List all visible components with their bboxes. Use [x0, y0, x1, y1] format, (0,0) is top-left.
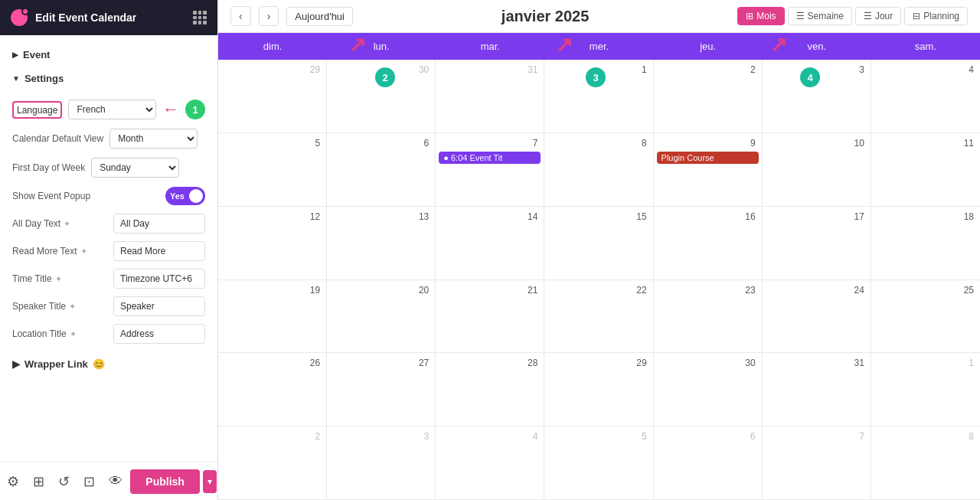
all-day-row: All Day Text ✦: [0, 210, 217, 237]
view-mois-btn[interactable]: ⊞ Mois: [737, 7, 784, 25]
cal-cell-w2-d5[interactable]: 17: [763, 207, 871, 279]
wrapper-link-arrow: ▶: [12, 358, 20, 370]
cal-cell-w3-d0[interactable]: 19: [218, 280, 327, 353]
cal-cell-w5-d0[interactable]: 2: [218, 426, 327, 499]
cal-cell-w4-d2[interactable]: 28: [436, 353, 544, 426]
cal-cell-w1-d2[interactable]: 7● 6:04 Event Tit: [436, 133, 544, 206]
prev-btn[interactable]: ‹: [230, 6, 251, 26]
day-header-mer.: mer.: [544, 33, 653, 60]
first-day-select[interactable]: Sunday Monday: [91, 158, 179, 178]
cell-number: 19: [221, 283, 323, 297]
event-chip[interactable]: ● 6:04 Event Tit: [439, 152, 541, 164]
next-btn[interactable]: ›: [259, 6, 279, 26]
view-semaine-btn[interactable]: ☰ Semaine: [788, 7, 852, 25]
cell-number: 10: [766, 136, 867, 150]
cal-cell-w0-d3[interactable]: 1: [544, 60, 653, 132]
cal-cell-w2-d0[interactable]: 12: [218, 207, 327, 279]
show-popup-toggle[interactable]: Yes: [165, 187, 205, 205]
cal-cell-w1-d1[interactable]: 6: [327, 133, 436, 206]
cal-cell-w2-d1[interactable]: 13: [327, 207, 436, 279]
cal-cell-w3-d6[interactable]: 25: [871, 280, 980, 353]
all-day-input[interactable]: [113, 214, 205, 234]
cal-cell-w1-d3[interactable]: 8: [544, 133, 653, 206]
view-jour-btn[interactable]: ☰ Jour: [855, 7, 901, 25]
cell-number: 29: [221, 63, 323, 77]
cal-cell-w4-d1[interactable]: 27: [327, 353, 436, 426]
preview-btn[interactable]: 👁: [103, 467, 129, 495]
cell-number: 31: [439, 63, 541, 77]
grid-icon[interactable]: [193, 11, 207, 25]
cal-cell-w4-d4[interactable]: 30: [654, 353, 763, 426]
cal-cell-w5-d2[interactable]: 4: [436, 426, 544, 499]
show-popup-row: Show Event Popup Yes: [0, 182, 217, 210]
cal-cell-w5-d6[interactable]: 8: [871, 426, 980, 499]
wrapper-link-section[interactable]: ▶ Wrapper Link 😊: [0, 352, 217, 376]
cal-cell-w0-d2[interactable]: 31: [436, 60, 544, 132]
cal-cell-w2-d4[interactable]: 16: [654, 207, 763, 279]
layers-btn[interactable]: ⊞: [27, 467, 51, 496]
cal-cell-w0-d6[interactable]: 4: [871, 60, 980, 132]
week-row-5: 2345678: [218, 426, 980, 500]
cal-cell-w0-d5[interactable]: 3: [763, 60, 871, 132]
settings-section[interactable]: ▼ Settings: [0, 67, 217, 90]
cal-cell-w1-d4[interactable]: 9Plugin Course: [654, 133, 763, 206]
cell-number: 13: [330, 210, 432, 224]
settings-bottom-btn[interactable]: ⚙: [1, 467, 25, 496]
week-row-0: 2930311234: [218, 60, 980, 133]
calendar-grid: dim.lun.mar.mer.jeu.ven.sam. 29303112345…: [218, 33, 980, 500]
read-more-input[interactable]: [113, 241, 205, 261]
cal-cell-w2-d2[interactable]: 14: [436, 207, 544, 279]
settings-label: Settings: [24, 73, 64, 84]
language-select[interactable]: French English Spanish: [68, 100, 156, 119]
cell-number: 11: [874, 136, 977, 150]
event-section[interactable]: ▶ Event: [0, 43, 217, 67]
cal-cell-w4-d6[interactable]: 1: [871, 353, 980, 426]
cell-number: 8: [547, 136, 649, 150]
left-panel: Edit Event Calendar ▶ Event ▼ Settings L…: [0, 0, 218, 500]
publish-button[interactable]: Publish: [130, 469, 200, 494]
time-title-input[interactable]: [113, 269, 205, 289]
cal-cell-w1-d6[interactable]: 11: [871, 133, 980, 206]
toggle-yes-label: Yes: [170, 191, 185, 201]
cal-cell-w4-d3[interactable]: 29: [544, 353, 653, 426]
template-btn[interactable]: ⊡: [77, 467, 101, 496]
cal-cell-w3-d1[interactable]: 20: [327, 280, 436, 353]
location-title-label-text: Location Title: [12, 328, 67, 339]
publish-dropdown-btn[interactable]: ▾: [203, 470, 217, 493]
history-btn[interactable]: ↺: [52, 467, 76, 496]
today-btn[interactable]: Aujourd'hui: [286, 7, 353, 26]
view-planning-btn[interactable]: ⊟ Planning: [904, 7, 968, 25]
cal-cell-w2-d6[interactable]: 18: [871, 207, 980, 279]
cell-number: 24: [766, 283, 867, 297]
cell-number: 4: [439, 430, 541, 443]
cal-cell-w0-d4[interactable]: 2: [654, 60, 763, 132]
cal-cell-w4-d0[interactable]: 26: [218, 353, 327, 426]
cal-cell-w5-d1[interactable]: 3: [327, 426, 436, 499]
cal-cell-w3-d2[interactable]: 21: [436, 280, 544, 353]
cal-cell-w1-d0[interactable]: 5: [218, 133, 327, 206]
speaker-title-label: Speaker Title ✦: [12, 301, 109, 312]
cal-cell-w5-d3[interactable]: 5: [544, 426, 653, 499]
cal-cell-w1-d5[interactable]: 10: [763, 133, 871, 206]
cal-cell-w3-d3[interactable]: 22: [544, 280, 653, 353]
cell-number: 2: [657, 63, 759, 77]
event-chip[interactable]: Plugin Course: [657, 152, 759, 164]
settings-arrow: ▼: [12, 74, 20, 83]
cal-cell-w0-d0[interactable]: 29: [218, 60, 327, 132]
speaker-title-input[interactable]: [113, 296, 205, 316]
language-label: Language: [17, 105, 57, 116]
cal-cell-w5-d5[interactable]: 7: [763, 426, 871, 499]
location-title-label: Location Title ✦: [12, 328, 109, 339]
default-view-select[interactable]: Month Week Day: [109, 129, 198, 149]
cal-cell-w4-d5[interactable]: 31: [763, 353, 871, 426]
cell-number: 7: [439, 136, 541, 150]
cal-cell-w0-d1[interactable]: 30: [327, 60, 436, 132]
cal-cell-w2-d3[interactable]: 15: [544, 207, 653, 279]
cal-cell-w3-d5[interactable]: 24: [763, 280, 871, 353]
jour-icon: ☰: [864, 11, 872, 21]
cal-cell-w3-d4[interactable]: 23: [654, 280, 763, 353]
planning-icon: ⊟: [913, 11, 920, 21]
location-title-input[interactable]: [113, 324, 205, 344]
cal-cell-w5-d4[interactable]: 6: [654, 426, 763, 499]
cell-number: 20: [330, 283, 432, 297]
